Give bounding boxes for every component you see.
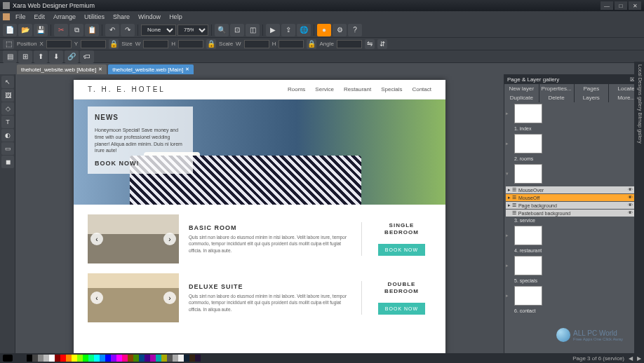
rectangle-tool[interactable]: ▭ — [1, 142, 14, 155]
style-select[interactable]: None — [141, 25, 176, 36]
color-swatch[interactable] — [27, 355, 32, 362]
page-next-icon[interactable]: ▶ — [637, 355, 641, 362]
select-mode-icon[interactable]: ⬚ — [3, 39, 14, 49]
color-swatch[interactable] — [105, 355, 111, 362]
menu-edit[interactable]: Edit — [30, 13, 50, 20]
delete-button[interactable]: Delete — [539, 93, 575, 102]
close-tab-icon[interactable]: ✕ — [185, 67, 189, 72]
color-swatch[interactable] — [133, 355, 139, 362]
expand-icon[interactable]: ▸ — [506, 233, 511, 238]
close-button[interactable]: ✕ — [629, 1, 641, 10]
size-h-input[interactable] — [178, 40, 203, 48]
visibility-icon[interactable]: 👁 — [628, 195, 633, 200]
expand-icon[interactable]: ▸ — [506, 293, 511, 299]
carousel-prev-icon[interactable]: ‹ — [90, 233, 103, 245]
color-swatch[interactable] — [173, 355, 178, 362]
color-swatch[interactable] — [88, 355, 94, 362]
color-swatch[interactable] — [66, 355, 72, 362]
duplicate-button[interactable]: Duplicate — [504, 93, 539, 102]
color-swatch[interactable] — [72, 355, 77, 362]
visibility-icon[interactable]: 👁 — [628, 187, 633, 193]
page-thumb[interactable]: ▸ — [506, 134, 643, 153]
undo-button[interactable]: ↶ — [105, 24, 119, 36]
color-swatch[interactable] — [38, 355, 43, 362]
page-prev-icon[interactable]: ◀ — [629, 355, 633, 362]
photo-tool[interactable]: 🖼 — [1, 89, 14, 102]
color-swatch[interactable] — [128, 355, 133, 362]
book-button[interactable]: BOOK NOW — [378, 244, 425, 256]
zoom-select[interactable]: 75% — [177, 25, 208, 36]
fill-tool[interactable]: ◐ — [1, 129, 14, 142]
scale-h-input[interactable] — [279, 40, 304, 48]
zoom-page-button[interactable]: ◫ — [246, 24, 260, 36]
nav-service[interactable]: Service — [315, 86, 334, 93]
selector-tool[interactable]: ↖ — [1, 76, 14, 88]
page-thumb[interactable]: ▸ — [506, 104, 643, 123]
tab-main[interactable]: thehotel_website.web [Main] ✕ — [108, 64, 194, 74]
nav-specials[interactable]: Specials — [381, 86, 402, 93]
color-swatch[interactable] — [55, 355, 60, 362]
color-swatch[interactable] — [83, 355, 88, 362]
shadow-tool[interactable]: ◼ — [1, 156, 14, 168]
page-thumb[interactable]: ▸ — [506, 286, 643, 306]
page-thumb[interactable]: ▸ — [506, 256, 643, 275]
color-swatch[interactable] — [189, 355, 195, 362]
menu-share[interactable]: Share — [109, 13, 134, 20]
carousel-prev-icon[interactable]: ‹ — [90, 292, 103, 304]
swatch-icon[interactable] — [3, 355, 13, 362]
color-swatch[interactable] — [100, 355, 105, 362]
angle-input[interactable] — [337, 40, 362, 48]
layer-row[interactable]: ▸ ☰MouseOver👁🔒 — [506, 186, 643, 193]
color-swatch[interactable] — [139, 355, 145, 362]
lock-pos-icon[interactable]: 🔒 — [109, 39, 119, 49]
color-button[interactable]: ● — [317, 24, 331, 36]
visibility-icon[interactable]: 👁 — [628, 203, 633, 208]
back-icon[interactable]: ⬇ — [49, 50, 63, 63]
text-tool[interactable]: T — [1, 116, 14, 128]
color-swatch[interactable] — [111, 355, 116, 362]
publish-button[interactable]: 🌐 — [297, 24, 311, 36]
color-swatch[interactable] — [161, 355, 167, 362]
shape-tool[interactable]: ◇ — [1, 102, 14, 115]
color-swatch[interactable] — [178, 355, 184, 362]
open-button[interactable]: 📂 — [18, 24, 32, 36]
pages-button[interactable]: Pages — [575, 84, 610, 93]
menu-arrange[interactable]: Arrange — [49, 13, 80, 20]
expand-icon[interactable]: ▾ — [506, 171, 511, 177]
front-icon[interactable]: ⬆ — [34, 50, 48, 63]
expand-icon[interactable]: ▸ — [506, 141, 511, 146]
color-swatch[interactable] — [116, 355, 122, 362]
menu-window[interactable]: Window — [134, 13, 165, 20]
nav-contact[interactable]: Contact — [412, 86, 431, 93]
color-swatch[interactable] — [94, 355, 100, 362]
nav-restaurant[interactable]: Restaurant — [344, 86, 371, 93]
color-swatch[interactable] — [156, 355, 161, 362]
carousel-next-icon[interactable]: › — [163, 292, 176, 304]
page-thumb[interactable]: ▸ — [506, 226, 643, 245]
canvas[interactable]: T. H. E. HOTEL Rooms Service Restaurant … — [15, 74, 504, 363]
color-swatch[interactable] — [195, 355, 201, 362]
page-thumb[interactable]: ▾ — [506, 164, 643, 184]
options-button[interactable]: ⚙ — [333, 24, 347, 36]
zoom-fit-button[interactable]: ⊡ — [230, 24, 244, 36]
expand-icon[interactable]: ▸ — [506, 263, 511, 268]
gallery-body[interactable]: ▸ 1. index ▸ 2. rooms ▾ ▸ ☰MouseOver👁🔒 ▸… — [504, 102, 644, 363]
link-icon[interactable]: 🔗 — [65, 50, 79, 63]
layer-row[interactable]: ☰Pasteboard background👁🔒 — [506, 210, 643, 217]
new-layer-button[interactable]: New layer — [504, 84, 539, 93]
lock-scale-icon[interactable]: 🔒 — [307, 39, 316, 49]
color-swatch[interactable] — [49, 355, 55, 362]
nav-rooms[interactable]: Rooms — [288, 86, 305, 93]
align-icon[interactable]: ▤ — [3, 50, 17, 63]
zoom-prev-button[interactable]: 🔍 — [215, 24, 229, 36]
color-swatch[interactable] — [60, 355, 66, 362]
save-button[interactable]: 💾 — [34, 24, 48, 36]
pos-x-input[interactable] — [46, 40, 72, 48]
collapsed-galleries[interactable]: Local Designs gallery Bitmap gallery — [634, 62, 644, 355]
paste-button[interactable]: 📋 — [85, 24, 99, 36]
color-swatch[interactable] — [184, 355, 189, 362]
cut-button[interactable]: ✂ — [54, 24, 68, 36]
flip-h-icon[interactable]: ⇋ — [365, 39, 375, 49]
color-swatch[interactable] — [77, 355, 83, 362]
tab-mobile[interactable]: thehotel_website.web [Mobile] ✕ — [17, 64, 107, 74]
